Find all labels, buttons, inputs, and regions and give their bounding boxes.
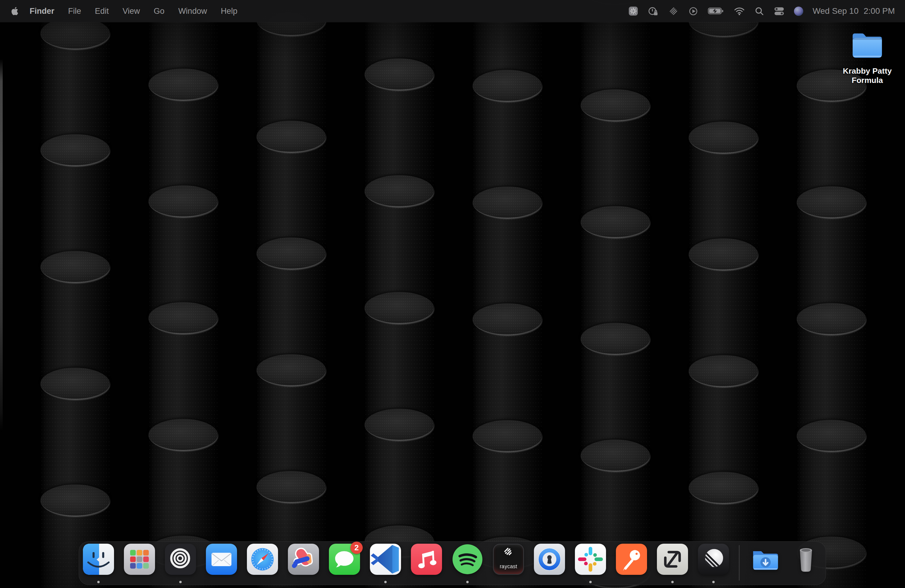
wallpaper-cylinder-top — [689, 122, 758, 154]
spotlight-search-icon[interactable] — [754, 5, 764, 17]
menu-item-view[interactable]: View — [116, 0, 147, 22]
starburst-square-icon[interactable] — [628, 5, 638, 17]
menu-bar-left: FinderFileEditViewGoWindowHelp — [0, 0, 244, 22]
dial-lock-icon[interactable] — [648, 5, 659, 17]
running-dot — [97, 581, 100, 583]
wallpaper-column — [256, 0, 326, 588]
wallpaper-cylinder-top — [256, 471, 326, 503]
dock-app-messages[interactable]: 2 — [329, 544, 360, 575]
menu-item-file[interactable]: File — [61, 0, 88, 22]
running-dot — [466, 581, 468, 583]
battery-charging-icon[interactable] — [708, 5, 724, 17]
wallpaper-cylinder-top — [797, 420, 866, 452]
striped-card-icon[interactable] — [668, 5, 679, 17]
dock-app-finder[interactable] — [83, 544, 114, 575]
dock-app-zed[interactable] — [657, 544, 688, 575]
wallpaper-cylinder-top — [473, 420, 542, 452]
dock-app-vscode[interactable] — [370, 544, 401, 575]
wallpaper-cylinder-top — [256, 121, 326, 153]
dock-trash[interactable] — [791, 544, 821, 575]
wallpaper-cylinder-top — [40, 17, 110, 49]
wallpaper-cylinder-top — [40, 134, 110, 166]
running-dot — [589, 581, 592, 583]
wallpaper-cylinder-top — [581, 206, 650, 238]
dock-divider — [739, 545, 740, 580]
wallpaper-cylinder-top — [40, 368, 110, 400]
wallpaper-cylinder-sliver — [0, 59, 3, 432]
folder-icon — [850, 55, 884, 60]
wallpaper-column — [797, 0, 866, 588]
running-dot — [712, 581, 714, 583]
menu-item-edit[interactable]: Edit — [88, 0, 116, 22]
wallpaper-cylinder-top — [256, 354, 326, 386]
dock-app-spotify[interactable] — [452, 544, 483, 575]
apple-menu-icon[interactable] — [11, 6, 20, 16]
siri-sphere — [794, 6, 803, 16]
running-dot — [671, 581, 674, 583]
wallpaper-cylinder-top — [689, 238, 758, 270]
siri-icon[interactable] — [794, 5, 803, 17]
dock-app-raycast[interactable]: raycast — [493, 544, 524, 575]
running-dot — [179, 581, 182, 583]
wallpaper-cylinder-top — [365, 58, 434, 91]
menu-bar-clock[interactable]: Wed Sep 10 2:00 PM — [813, 6, 895, 16]
dock-app-launchpad[interactable] — [124, 544, 155, 575]
wallpaper-cylinder-top — [365, 408, 434, 441]
dock: 2 — [79, 541, 826, 585]
dock-folder-downloads[interactable] — [749, 544, 781, 575]
dock-app-concentric-rings[interactable] — [165, 544, 196, 575]
dock-app-1password[interactable] — [534, 544, 565, 575]
wallpaper-cylinder-top — [581, 89, 650, 121]
menu-item-help[interactable]: Help — [214, 0, 245, 22]
wallpaper-cylinder-top — [473, 186, 542, 219]
dock-app-mail[interactable] — [206, 544, 237, 575]
now-playing-icon[interactable] — [688, 5, 699, 17]
dock-app-arc[interactable] — [288, 544, 319, 575]
wallpaper-column — [148, 0, 218, 588]
dock-app-safari[interactable] — [247, 544, 278, 575]
dock-app-slack[interactable] — [575, 544, 606, 575]
wallpaper-cylinder-top — [365, 292, 434, 324]
wallpaper-cylinder-top — [581, 440, 650, 472]
wallpaper-cylinder-top — [797, 186, 866, 218]
wallpaper-column — [689, 0, 758, 588]
wallpaper-column — [473, 0, 542, 588]
menu-bar: FinderFileEditViewGoWindowHelp — [0, 0, 905, 22]
wifi-icon[interactable] — [734, 5, 745, 17]
raycast-icon: raycast — [493, 544, 524, 575]
desktop: FinderFileEditViewGoWindowHelp — [0, 0, 905, 588]
wallpaper-cylinder-top — [473, 70, 542, 102]
wallpaper-column — [581, 0, 650, 588]
wallpaper-cylinder-top — [365, 175, 434, 207]
wallpaper-cylinder-top — [40, 251, 110, 283]
menu-bar-time: 2:00 PM — [864, 6, 895, 16]
control-center-icon[interactable] — [773, 5, 785, 17]
menu-bar-date: Wed Sep 10 — [813, 6, 859, 16]
menu-item-finder[interactable]: Finder — [23, 0, 61, 22]
app-menus: FinderFileEditViewGoWindowHelp — [23, 0, 244, 22]
dock-app-postman[interactable] — [616, 544, 647, 575]
wallpaper-cylinder-top — [473, 303, 542, 335]
wallpaper-cylinder-top — [148, 302, 218, 334]
menu-item-window[interactable]: Window — [171, 0, 214, 22]
wallpaper-cylinder-top — [40, 485, 110, 516]
raycast-label: raycast — [493, 563, 524, 570]
messages-badge: 2 — [351, 542, 363, 554]
desktop-folder-krabby-patty[interactable]: Krabby Patty Formula — [849, 29, 885, 60]
wallpaper-cylinder-top — [256, 237, 326, 269]
dock-app-linear[interactable] — [698, 544, 729, 575]
wallpaper-cylinder-top — [581, 323, 650, 355]
wallpaper-column — [365, 0, 434, 588]
wallpaper-column — [40, 0, 110, 588]
running-dot — [384, 581, 387, 583]
wallpaper-cylinder-top — [148, 68, 218, 100]
wallpaper-cylinder-top — [148, 185, 218, 217]
folder-label: Krabby Patty Formula — [837, 67, 898, 85]
wallpaper-cylinder-top — [148, 419, 218, 451]
menu-bar-status: Wed Sep 10 2:00 PM — [628, 5, 905, 17]
wallpaper-cylinder-top — [797, 303, 866, 335]
wallpaper-cylinder-top — [689, 472, 758, 504]
wallpaper-cylinder-top — [689, 355, 758, 387]
menu-item-go[interactable]: Go — [147, 0, 171, 22]
dock-app-music[interactable] — [411, 544, 442, 575]
